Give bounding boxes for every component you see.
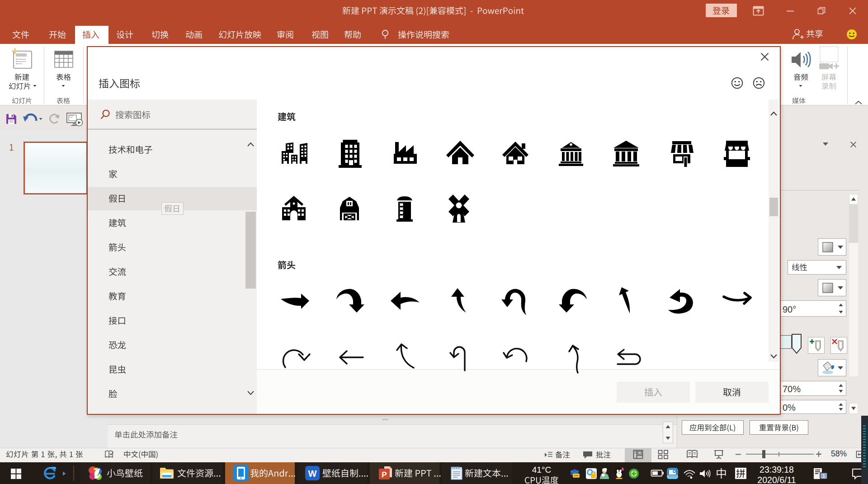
svg-text:W: W (308, 469, 317, 479)
svg-text:P: P (382, 470, 387, 479)
svg-text:1: 1 (822, 473, 826, 479)
